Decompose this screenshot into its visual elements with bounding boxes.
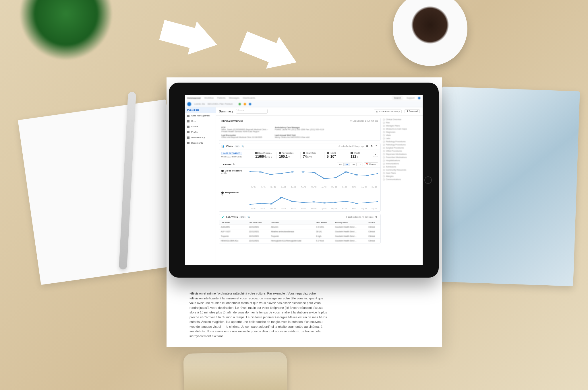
anchor-link[interactable]: Care Plans xyxy=(383,171,420,175)
table-row[interactable]: ALBUMIN12/21/2021Albumin4.9 G/DLGoodwin … xyxy=(219,225,380,229)
range-option[interactable]: 1M xyxy=(337,163,344,166)
sidebar-item-claims[interactable]: Claims xyxy=(185,124,216,129)
table-col[interactable]: Lab Test Date xyxy=(247,220,269,225)
nav-messages[interactable]: Messages xyxy=(229,97,239,99)
right-anchor-list: Clinical OverviewRiskManaged PlansMeasur… xyxy=(383,118,420,246)
vitals-icon: 📊 xyxy=(221,145,224,148)
range-option[interactable]: 1Y xyxy=(357,163,363,166)
ruler-icon xyxy=(327,152,329,154)
range-option[interactable]: 3M xyxy=(344,163,350,166)
pencil-icon[interactable]: ✎ xyxy=(233,163,235,166)
anchor-link[interactable]: Immunizations xyxy=(383,162,420,165)
svg-point-1 xyxy=(258,171,262,173)
search-icon[interactable]: 🔍 xyxy=(247,216,250,219)
anchor-link[interactable]: Hospitalizations xyxy=(383,159,420,162)
weight-icon xyxy=(351,152,353,154)
anchor-link[interactable]: Allergies xyxy=(383,175,420,178)
patient-avatar-icon xyxy=(187,102,191,106)
support-link[interactable]: Support xyxy=(407,97,415,99)
bullet-icon xyxy=(383,160,385,161)
anchor-link[interactable]: Risk xyxy=(383,121,420,124)
nav-workflow[interactable]: Workflow xyxy=(204,97,214,99)
table-col[interactable]: Source xyxy=(367,220,380,225)
magazine-text: télévision et même l'ordinateur rattaché… xyxy=(189,291,327,338)
heart-icon xyxy=(303,152,305,154)
range-option[interactable]: 6M xyxy=(350,163,357,166)
print-button[interactable]: 🖨 Print Pre-visit Summary xyxy=(374,110,401,113)
more-vitals-button[interactable]: ▾ xyxy=(373,152,378,157)
summary-search[interactable]: Search xyxy=(236,109,268,114)
svg-point-10 xyxy=(355,174,358,176)
svg-point-23 xyxy=(355,203,358,204)
anchor-link[interactable]: Measures & Care Gaps xyxy=(383,127,420,130)
sidebar-item-manual-entry[interactable]: Manual Entry xyxy=(185,135,216,140)
gear-icon[interactable]: ⚙ xyxy=(375,216,378,219)
user-icon xyxy=(187,131,189,133)
anchor-link[interactable]: Prescribed Medications xyxy=(383,156,420,159)
sidebar-item-documents[interactable]: Documents xyxy=(185,140,216,146)
search-box[interactable]: Search xyxy=(392,96,403,100)
grid-icon[interactable]: ▦ xyxy=(366,145,369,148)
download-button[interactable]: ⬇ Download xyxy=(405,109,420,113)
sidebar-item-profile[interactable]: Profile xyxy=(185,129,216,135)
nav-patients[interactable]: Patients xyxy=(217,97,225,99)
card-title: Clinical Overview xyxy=(221,120,243,122)
file-icon xyxy=(187,126,189,128)
svg-point-16 xyxy=(280,197,283,198)
svg-point-5 xyxy=(301,171,305,173)
refresh-text: ⟳ Last updated 1 hr, 6 min ago xyxy=(346,216,374,218)
anchor-link[interactable]: Radiology Procedures xyxy=(383,140,420,143)
svg-point-24 xyxy=(366,202,369,203)
svg-point-8 xyxy=(334,177,337,178)
trend-row: Blood PressuremmHg Oct '21Oct '21Nov '21… xyxy=(219,168,380,190)
search-icon[interactable]: 🔍 xyxy=(241,145,244,148)
labs-icon: 🧪 xyxy=(221,216,224,219)
gear-icon[interactable]: ⚙ xyxy=(371,145,374,148)
anchor-link[interactable]: Pathology Procedures xyxy=(383,143,420,146)
table-col[interactable]: Lab Test xyxy=(269,220,314,225)
app-screen: Innovaccer Workflow Patients Messages Da… xyxy=(185,95,423,265)
range-picker: 1M3M6M1Y xyxy=(337,163,363,166)
anchor-link[interactable]: Vitals xyxy=(383,134,420,137)
list-icon xyxy=(187,115,189,117)
anchor-link[interactable]: Managed Plans xyxy=(383,124,420,127)
page-title: Summary xyxy=(219,110,233,113)
sidebar-item-care-management[interactable]: Care management xyxy=(185,113,216,118)
doc-icon xyxy=(187,142,189,144)
pencil-icon xyxy=(187,136,189,139)
vital-tile: Temperature 100.1°F xyxy=(277,152,301,159)
metric-icon xyxy=(221,170,224,172)
anchor-link[interactable]: Admissions xyxy=(383,165,420,168)
labs-count: 112 xyxy=(239,216,246,218)
anchor-link[interactable]: Clinical Overview xyxy=(383,118,420,121)
anchor-link[interactable]: Diagnoses xyxy=(383,130,420,134)
anchor-link[interactable]: Surgical Procedures xyxy=(383,146,420,149)
svg-point-14 xyxy=(258,203,262,204)
sidebar-item-risk[interactable]: Risk xyxy=(185,118,216,124)
svg-point-19 xyxy=(312,201,316,202)
patient-meta: 08/11/1963 • Plan: Premium xyxy=(208,103,233,105)
anchor-link[interactable]: Labs xyxy=(383,137,420,140)
vitals-count: 24 xyxy=(235,145,240,147)
custom-range-button[interactable]: 📅 Custom xyxy=(364,162,378,166)
svg-point-7 xyxy=(323,178,326,179)
anchor-link[interactable]: Office Procedures xyxy=(383,149,420,153)
table-row[interactable]: Troponin12/21/2021Troponin8 ng/LGoodwin … xyxy=(219,234,380,239)
table-row[interactable]: HEMOGLOBIN A1c12/21/2021Hemoglobin A1c/H… xyxy=(219,239,380,243)
anchor-link[interactable]: Community Resources xyxy=(383,168,420,171)
table-col[interactable]: Test Result xyxy=(314,220,333,225)
table-row[interactable]: ALP / GGT12/21/2021Alkaline aminotransfe… xyxy=(219,229,380,234)
sidebar-header[interactable]: Patient 360 xyxy=(185,107,216,113)
vital-tile: Weight 132lb xyxy=(348,152,372,159)
nav-dashboards[interactable]: Dashboards xyxy=(243,97,255,99)
table-col[interactable]: Facility Name xyxy=(333,220,367,225)
svg-point-11 xyxy=(366,175,369,176)
vitals-card: 📊 Vitals 24 🔍 ⟳ last refreshed 13 days a… xyxy=(219,143,381,212)
brand-logo: Innovaccer xyxy=(187,97,201,100)
anchor-link[interactable]: Dispensed Medications xyxy=(383,153,420,156)
svg-point-18 xyxy=(301,202,305,203)
table-col[interactable]: Lab Panel xyxy=(219,220,247,225)
anchor-link[interactable]: Communications xyxy=(383,178,420,181)
user-avatar-icon[interactable] xyxy=(418,97,420,99)
chevron-up-icon[interactable]: ⌃ xyxy=(375,145,378,148)
